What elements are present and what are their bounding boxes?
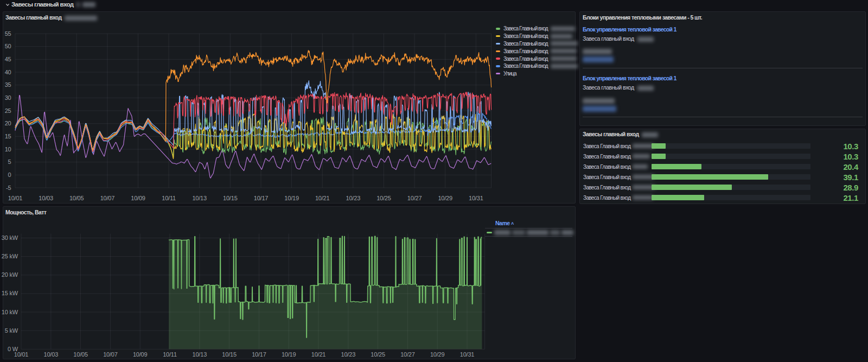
svg-text:10/13: 10/13	[193, 351, 207, 358]
svg-text:25 kW: 25 kW	[2, 253, 18, 259]
svg-text:10 kW: 10 kW	[2, 309, 18, 315]
svg-text:10/09: 10/09	[133, 351, 148, 358]
svg-text:10/25: 10/25	[371, 351, 385, 358]
svg-text:10/19: 10/19	[282, 351, 296, 358]
svg-text:10/27: 10/27	[400, 351, 415, 358]
svg-text:30 kW: 30 kW	[2, 234, 18, 241]
svg-text:10/17: 10/17	[252, 351, 266, 358]
svg-text:10/15: 10/15	[222, 351, 237, 358]
svg-text:10/03: 10/03	[44, 351, 59, 358]
svg-text:5 kW: 5 kW	[5, 327, 18, 334]
svg-text:15 kW: 15 kW	[2, 290, 18, 296]
svg-text:10/11: 10/11	[163, 351, 177, 358]
svg-text:10/31: 10/31	[460, 351, 475, 358]
svg-text:10/05: 10/05	[73, 351, 88, 358]
svg-text:10/21: 10/21	[311, 351, 326, 358]
svg-text:10/07: 10/07	[103, 351, 118, 358]
svg-text:20 kW: 20 kW	[2, 271, 18, 278]
svg-text:10/23: 10/23	[341, 351, 356, 358]
svg-text:10/29: 10/29	[430, 351, 445, 358]
svg-text:10/01: 10/01	[14, 351, 29, 358]
